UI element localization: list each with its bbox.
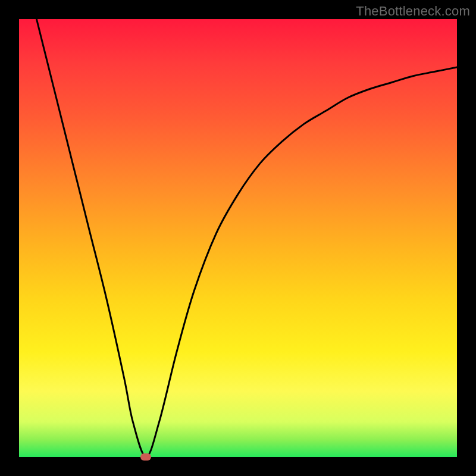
chart-frame: TheBottleneck.com	[0, 0, 476, 476]
watermark-text: TheBottleneck.com	[356, 4, 470, 19]
curve-svg	[19, 19, 457, 457]
plot-area	[19, 19, 457, 457]
optimal-point-marker	[140, 453, 151, 461]
bottleneck-curve	[36, 19, 457, 457]
